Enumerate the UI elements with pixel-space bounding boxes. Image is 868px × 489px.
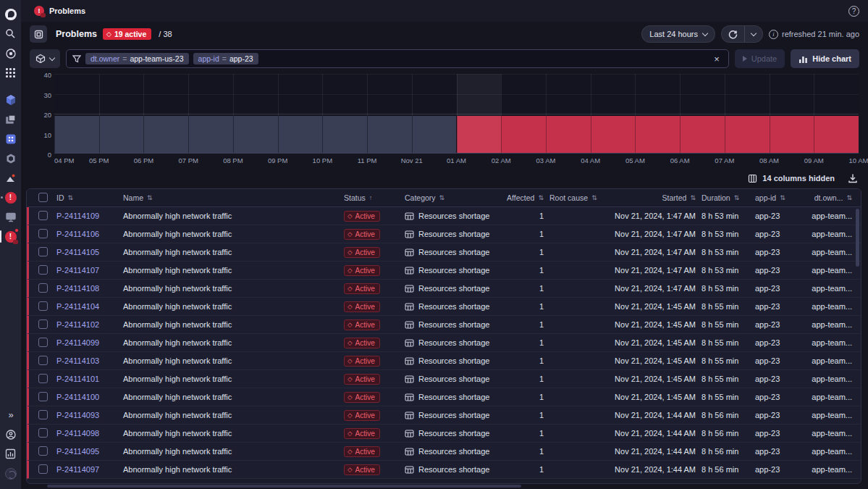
- problem-id-link[interactable]: P-24114108: [56, 284, 99, 293]
- problem-id-link[interactable]: P-24114106: [56, 230, 99, 238]
- problem-id-link[interactable]: P-24114101: [56, 375, 99, 383]
- table-row[interactable]: P-24114101Abnormally high network traffi…: [27, 370, 861, 388]
- filter-input[interactable]: dt.owner=app-team-us-23app-id=app-23 ×: [66, 49, 729, 68]
- table-row[interactable]: P-24114102Abnormally high network traffi…: [27, 316, 861, 334]
- table-row[interactable]: P-24114097Abnormally high network traffi…: [27, 461, 861, 479]
- dynatrace-logo[interactable]: [0, 4, 21, 24]
- problems-app-icon[interactable]: !: [0, 227, 21, 246]
- chart-bar-active[interactable]: [591, 116, 636, 154]
- table-row[interactable]: P-24114093Abnormally high network traffi…: [27, 406, 861, 425]
- row-checkbox[interactable]: [38, 247, 48, 256]
- table-row[interactable]: P-24114098Abnormally high network traffi…: [27, 425, 861, 443]
- problem-id-link[interactable]: P-24114104: [56, 302, 99, 311]
- infrastructure-app-icon[interactable]: [0, 149, 21, 168]
- chart-bar-closed[interactable]: [412, 116, 457, 154]
- hide-chart-button[interactable]: Hide chart: [791, 49, 859, 68]
- table-vertical-scrollbar[interactable]: [856, 209, 859, 267]
- column-header-affected[interactable]: Affected⇅: [503, 193, 547, 202]
- filter-chip[interactable]: dt.owner=app-team-us-23: [85, 53, 189, 64]
- ask-ai-icon[interactable]: [0, 43, 21, 63]
- table-row[interactable]: P-24114105Abnormally high network traffi…: [27, 243, 861, 262]
- column-header-category[interactable]: Category⇅: [402, 193, 503, 202]
- row-checkbox[interactable]: [38, 464, 48, 474]
- clear-filter-icon[interactable]: ×: [711, 54, 722, 64]
- table-row[interactable]: P-24114107Abnormally high network traffi…: [27, 262, 861, 280]
- column-header-id[interactable]: ID⇅: [54, 193, 120, 202]
- scope-selector-button[interactable]: [30, 49, 60, 68]
- chart-plot[interactable]: [54, 74, 859, 154]
- row-checkbox[interactable]: [38, 356, 48, 365]
- refresh-options-button[interactable]: [745, 26, 762, 42]
- row-checkbox[interactable]: [38, 265, 48, 275]
- usage-chart-icon[interactable]: [0, 444, 21, 464]
- chart-bar-active[interactable]: [635, 116, 680, 154]
- account-icon[interactable]: [0, 425, 21, 444]
- problem-id-link[interactable]: P-24114097: [56, 465, 99, 474]
- search-icon[interactable]: [0, 24, 21, 43]
- column-header-status[interactable]: Status↑: [341, 193, 402, 202]
- chart-bar-active[interactable]: [725, 116, 770, 154]
- table-row[interactable]: P-24114099Abnormally high network traffi…: [27, 334, 861, 352]
- update-button[interactable]: Update: [735, 49, 785, 68]
- expand-rail-icon[interactable]: »: [0, 405, 21, 425]
- row-checkbox[interactable]: [38, 338, 48, 347]
- columns-hidden-button[interactable]: 14 columns hidden: [748, 174, 835, 183]
- row-checkbox[interactable]: [38, 374, 48, 383]
- problem-id-link[interactable]: P-24114103: [56, 356, 99, 365]
- table-row[interactable]: P-24114104Abnormally high network traffi…: [27, 298, 861, 316]
- time-range-selector[interactable]: Last 24 hours: [641, 25, 715, 43]
- view-switch-button[interactable]: [30, 25, 47, 43]
- active-problems-badge[interactable]: ◇ 19 active: [103, 28, 151, 40]
- problem-id-link[interactable]: P-24114107: [56, 266, 99, 275]
- row-checkbox[interactable]: [38, 319, 48, 329]
- chart-bar-active[interactable]: [770, 116, 814, 154]
- problem-id-link[interactable]: P-24114099: [56, 338, 99, 347]
- column-header-duration[interactable]: Duration⇅: [699, 193, 752, 202]
- problem-id-link[interactable]: P-24114102: [56, 320, 99, 329]
- refresh-button[interactable]: [722, 26, 744, 42]
- column-header-dtowner[interactable]: dt.own...⇅: [794, 193, 855, 202]
- row-checkbox[interactable]: [38, 211, 48, 220]
- problem-id-link[interactable]: P-24114100: [56, 393, 99, 401]
- download-icon[interactable]: [848, 173, 858, 183]
- chart-bar-closed[interactable]: [278, 116, 323, 154]
- row-checkbox[interactable]: [38, 229, 48, 238]
- clouds-app-icon[interactable]: [0, 90, 21, 109]
- column-header-appid[interactable]: app-id⇅: [752, 193, 794, 202]
- hosts-app-icon[interactable]: [0, 207, 21, 227]
- tab-problems[interactable]: ! Problems: [30, 0, 90, 22]
- column-header-rootcause[interactable]: Root cause⇅: [547, 193, 604, 202]
- user-avatar[interactable]: [0, 464, 21, 483]
- chart-bar-active[interactable]: [546, 116, 591, 154]
- table-row[interactable]: P-24114106Abnormally high network traffi…: [27, 225, 861, 243]
- table-row[interactable]: P-24114108Abnormally high network traffi…: [27, 280, 861, 298]
- help-icon[interactable]: ?: [848, 6, 859, 17]
- table-row[interactable]: P-24114100Abnormally high network traffi…: [27, 388, 861, 406]
- problem-id-link[interactable]: P-24114093: [56, 411, 99, 419]
- table-horizontal-scrollbar[interactable]: [47, 485, 521, 488]
- services-app-icon[interactable]: [0, 109, 21, 129]
- chart-bar-active[interactable]: [501, 116, 546, 154]
- chart-bar-active[interactable]: [814, 116, 859, 154]
- row-checkbox[interactable]: [38, 428, 48, 438]
- chart-bar-closed[interactable]: [54, 116, 99, 154]
- table-row[interactable]: P-24114095Abnormally high network traffi…: [27, 443, 861, 461]
- chart-bar-closed[interactable]: [322, 116, 367, 154]
- chart-bar-closed[interactable]: [367, 116, 412, 154]
- select-all-checkbox[interactable]: [38, 193, 48, 202]
- problems-alert-icon[interactable]: !: [0, 188, 21, 207]
- problem-id-link[interactable]: P-24114105: [56, 248, 99, 256]
- filter-chip[interactable]: app-id=app-23: [193, 53, 258, 64]
- chart-bar-closed[interactable]: [99, 116, 144, 154]
- problem-id-link[interactable]: P-24114095: [56, 447, 99, 456]
- row-checkbox[interactable]: [38, 301, 48, 311]
- row-checkbox[interactable]: [38, 283, 48, 293]
- row-checkbox[interactable]: [38, 392, 48, 401]
- dashboards-app-icon[interactable]: [0, 129, 21, 149]
- chart-bar-closed[interactable]: [233, 116, 278, 154]
- chart-bar-closed[interactable]: [188, 116, 233, 154]
- column-header-name[interactable]: Name⇅: [120, 193, 341, 202]
- apps-grid-icon[interactable]: [0, 63, 21, 83]
- problem-id-link[interactable]: P-24114098: [56, 429, 99, 438]
- row-checkbox[interactable]: [38, 410, 48, 419]
